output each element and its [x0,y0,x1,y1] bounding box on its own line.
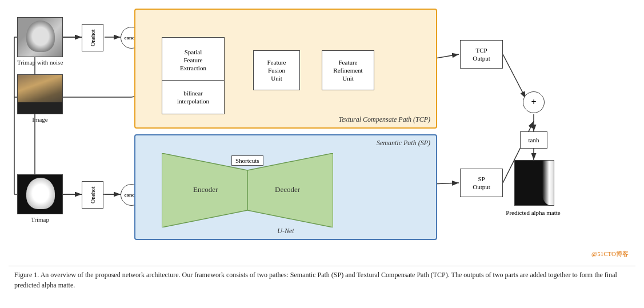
trimap-image [17,174,63,214]
tcp-output-box: TCPOutput [460,40,503,69]
trimap-label: Trimap [17,216,63,223]
watermark: @51CTO博客 [591,250,629,258]
image-label: Image [17,116,63,123]
shortcuts-label: Shortcuts [235,157,259,164]
alpha-matte-label: Predicted alpha matte [505,209,562,217]
caption-text: Figure 1. An overview of the proposed ne… [14,271,617,289]
feature-fusion-label: FeatureFusionUnit [267,58,286,83]
main-container: Trimap with noise Image Trimap Onehot co… [0,0,644,296]
unet-label: U-Net [277,227,294,235]
bilinear-box: bilinearinterpolation [162,80,225,114]
spatial-feature-box: SpatialFeatureExtraction [162,37,225,83]
diagram-area: Trimap with noise Image Trimap Onehot co… [9,6,637,263]
tanh-box: tanh [520,131,547,149]
trimap-noise-block: Trimap with noise [17,17,63,66]
image-block: Image [17,74,63,123]
tcp-path-label: Textural Compensate Path (TCP) [338,115,430,124]
trimap-noise-label: Trimap with noise [17,59,63,66]
tanh-label: tanh [529,137,539,143]
sp-output-label: SPOutput [473,175,490,191]
sp-output-box: SPOutput [460,169,503,197]
spatial-feature-label: SpatialFeatureExtraction [180,48,206,73]
svg-text:Encoder: Encoder [193,185,218,194]
feature-refinement-label: FeatureRefinementUnit [333,58,362,83]
plus-label: + [531,97,536,107]
shortcuts-box: Shortcuts [231,155,263,166]
caption-area: Figure 1. An overview of the proposed ne… [9,266,635,290]
onehot1-label: Onehot [90,29,96,46]
tcp-output-label: TCPOutput [473,46,490,63]
onehot1-box: Onehot [82,24,103,51]
plus-circle: + [523,91,545,113]
alpha-matte-image [514,160,554,206]
bilinear-label: bilinearinterpolation [177,89,209,106]
feature-refinement-box: FeatureRefinementUnit [322,50,374,90]
svg-text:Decoder: Decoder [275,185,301,194]
trimap-noise-image [17,17,63,57]
onehot2-label: Onehot [90,186,96,203]
trimap-block: Trimap [17,174,63,223]
watermark-text: @51CTO博客 [591,250,629,257]
sp-path-label: Semantic Path (SP) [377,139,430,147]
feature-fusion-box: FeatureFusionUnit [253,50,300,90]
svg-line-18 [503,54,526,98]
alpha-matte-text: Predicted alpha matte [506,209,560,216]
onehot2-box: Onehot [82,181,103,209]
lion-image [17,74,63,114]
